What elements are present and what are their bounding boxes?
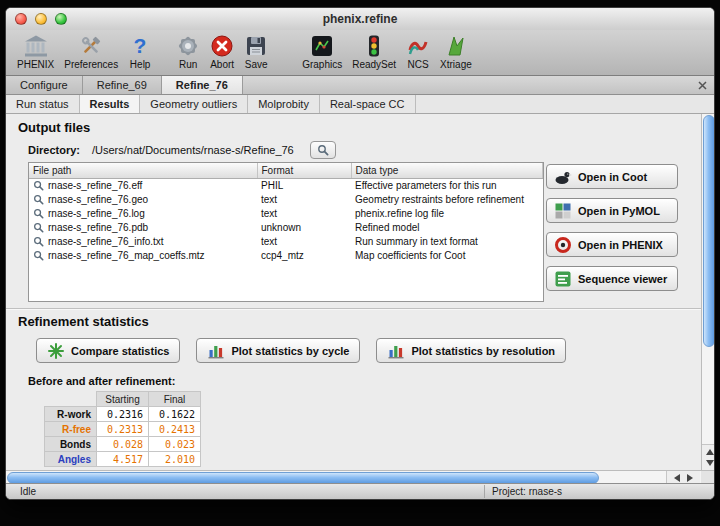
plot-by-resolution-button[interactable]: Plot statistics by resolution <box>376 338 566 363</box>
toolbar-button-help[interactable]: ? Help <box>123 33 157 71</box>
abort-icon <box>210 34 234 58</box>
toolbar-button-save[interactable]: Save <box>239 33 273 71</box>
refinement-statistics-heading: Refinement statistics <box>18 314 149 329</box>
tools-icon <box>79 34 103 58</box>
file-name: rnase-s_refine_76.pdb <box>48 222 148 233</box>
tab-label: Configure <box>20 79 68 91</box>
file-name: rnase-s_refine_76.log <box>48 208 145 219</box>
toolbar-button-preferences[interactable]: Preferences <box>59 33 123 71</box>
open-in-pymol-button[interactable]: Open in PyMOL <box>546 198 678 223</box>
graphics-icon <box>310 34 334 58</box>
file-type: Effective parameters for this run <box>351 178 543 192</box>
file-row[interactable]: rnase-s_refine_76.log text phenix.refine… <box>29 206 543 220</box>
compare-statistics-button[interactable]: Compare statistics <box>36 338 180 363</box>
close-icon <box>698 81 707 90</box>
file-row[interactable]: rnase-s_refine_76_info.txt text Run summ… <box>29 234 543 248</box>
file-type: Run summary in text format <box>351 234 543 248</box>
stat-label: R-free <box>45 422 97 437</box>
magnifier-icon <box>317 144 329 156</box>
subtab-label: Geometry outliers <box>150 98 237 110</box>
file-type: Refined model <box>351 220 543 234</box>
results-subtabbar: Run status Results Geometry outliers Mol… <box>6 95 714 114</box>
button-label: Plot statistics by resolution <box>411 345 555 357</box>
toolbar-button-run[interactable]: Run <box>171 33 205 71</box>
button-label: Compare statistics <box>71 345 169 357</box>
toolbar-button-readyset[interactable]: ReadySet <box>347 33 401 71</box>
vertical-scrollbar-thumb[interactable] <box>703 115 715 347</box>
titlebar[interactable]: phenix.refine <box>6 8 714 30</box>
tab-refine-69[interactable]: Refine_69 <box>83 76 162 94</box>
subtab-results[interactable]: Results <box>80 95 141 113</box>
subtab-real-space-cc[interactable]: Real-space CC <box>320 95 416 113</box>
file-row[interactable]: rnase-s_refine_76_map_coeffs.mtz ccp4_mt… <box>29 248 543 262</box>
statistics-buttons: Compare statistics Plot statistics by cy… <box>36 338 566 363</box>
compare-star-icon <box>47 342 65 360</box>
browse-directory-button[interactable] <box>310 141 336 159</box>
file-format: unknown <box>257 220 351 234</box>
stats-row: Bonds 0.028 0.023 <box>45 437 201 452</box>
button-label: Plot statistics by cycle <box>231 345 349 357</box>
app-window: phenix.refine PHENIX Preferences ? Help … <box>5 7 715 500</box>
scroll-left-icon[interactable] <box>674 474 680 482</box>
file-row[interactable]: rnase-s_refine_76.geo text Geometry rest… <box>29 192 543 206</box>
open-in-phenix-button[interactable]: Open in PHENIX <box>546 232 678 257</box>
tab-refine-76[interactable]: Refine_76 <box>162 76 243 94</box>
scroll-right-icon[interactable] <box>687 474 693 482</box>
file-row[interactable]: rnase-s_refine_76.pdb unknown Refined mo… <box>29 220 543 234</box>
magnifier-icon <box>33 250 44 261</box>
directory-path: /Users/nat/Documents/rnase-s/Refine_76 <box>92 144 294 156</box>
column-header-data-type: Data type <box>351 163 543 178</box>
close-window-button[interactable] <box>15 13 27 25</box>
zoom-window-button[interactable] <box>55 13 67 25</box>
notebook-tabbar: Configure Refine_69 Refine_76 <box>6 76 714 95</box>
file-type: Geometry restraints before refinement <box>351 192 543 206</box>
bar-chart-icon <box>207 342 225 360</box>
toolbar-button-phenix[interactable]: PHENIX <box>12 33 59 71</box>
stat-final: 0.023 <box>149 437 201 452</box>
scroll-up-icon[interactable] <box>706 449 714 455</box>
file-format: PHIL <box>257 178 351 192</box>
minimize-window-button[interactable] <box>35 13 47 25</box>
toolbar-button-ncs[interactable]: NCS <box>401 33 435 71</box>
stat-final: 0.1622 <box>149 407 201 422</box>
statusbar: Idle Project: rnase-s <box>6 483 714 499</box>
close-tab-button[interactable] <box>696 79 709 92</box>
subtab-label: Molprobity <box>258 98 309 110</box>
subtab-molprobity[interactable]: Molprobity <box>248 95 320 113</box>
stat-starting: 0.2313 <box>97 422 149 437</box>
stats-row: R-free 0.2313 0.2413 <box>45 422 201 437</box>
toolbar-button-graphics[interactable]: Graphics <box>297 33 347 71</box>
xtriage-icon <box>444 34 468 58</box>
toolbar-label: Help <box>130 59 151 70</box>
file-name: rnase-s_refine_76.eff <box>48 180 142 191</box>
before-after-label: Before and after refinement: <box>28 375 175 387</box>
plot-by-cycle-button[interactable]: Plot statistics by cycle <box>196 338 360 363</box>
tab-configure[interactable]: Configure <box>6 76 83 94</box>
button-label: Open in Coot <box>578 171 647 183</box>
toolbar-label: Graphics <box>302 59 342 70</box>
sequence-viewer-button[interactable]: Sequence viewer <box>546 266 678 291</box>
subtab-geometry-outliers[interactable]: Geometry outliers <box>140 95 248 113</box>
subtab-label: Results <box>90 98 130 110</box>
open-in-coot-button[interactable]: Open in Coot <box>546 164 678 189</box>
toolbar-button-abort[interactable]: Abort <box>205 33 239 71</box>
output-files-heading: Output files <box>18 120 90 135</box>
toolbar-button-xtriage[interactable]: Xtriage <box>435 33 477 71</box>
scroll-down-icon[interactable] <box>706 460 714 466</box>
file-format: ccp4_mtz <box>257 248 351 262</box>
stats-row: R-work 0.2316 0.1622 <box>45 407 201 422</box>
pymol-icon <box>554 202 572 220</box>
stat-final: 2.010 <box>149 452 201 467</box>
tab-label: Refine_76 <box>176 79 228 91</box>
vertical-scrollbar[interactable] <box>701 114 715 470</box>
file-format: text <box>257 206 351 220</box>
statistics-table: Starting Final R-work 0.2316 0.1622 R-fr… <box>44 391 201 467</box>
traffic-lights <box>15 13 67 25</box>
file-row[interactable]: rnase-s_refine_76.eff PHIL Effective par… <box>29 178 543 192</box>
status-text: Idle <box>20 484 36 499</box>
button-label: Sequence viewer <box>578 273 667 285</box>
subtab-label: Real-space CC <box>330 98 405 110</box>
subtab-run-status[interactable]: Run status <box>6 95 80 113</box>
toolbar-label: Xtriage <box>440 59 472 70</box>
toolbar-label: NCS <box>408 59 429 70</box>
